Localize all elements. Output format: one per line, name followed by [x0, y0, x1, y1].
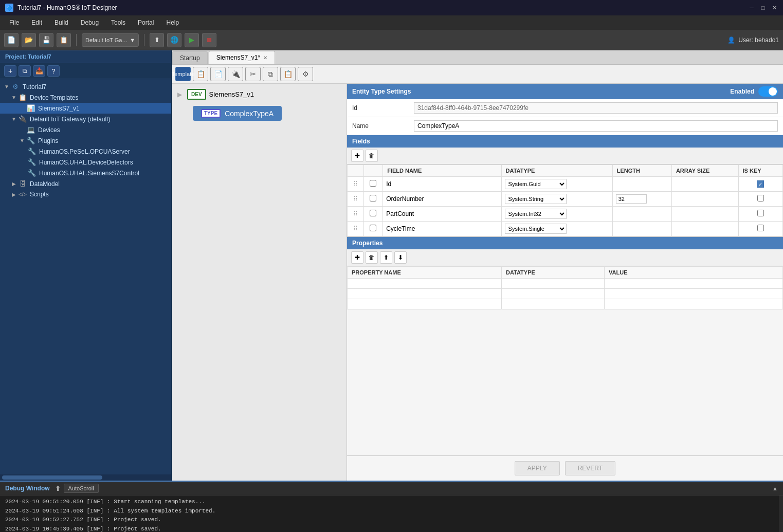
sidebar-help-button[interactable]: ?	[47, 65, 60, 77]
field-row-2: ⠿ PartCount System.GuidSystem.StringSyst…	[348, 207, 783, 222]
maximize-button[interactable]: □	[759, 4, 767, 11]
internet-button[interactable]: 🌐	[167, 33, 181, 47]
menu-file[interactable]: File	[4, 17, 24, 28]
debug-line: 2024-03-19 10:45:39.405 [INF] : Project …	[5, 525, 774, 532]
scissors-button[interactable]: ✂	[245, 67, 261, 81]
sidebar-item-tutorial7[interactable]: ▼ ⚙ Tutorial7	[0, 81, 171, 92]
field-len-2[interactable]	[612, 207, 671, 222]
drag-handle-0[interactable]: ⠿	[348, 177, 364, 192]
id-input[interactable]	[414, 102, 778, 114]
save-all-button[interactable]: 📋	[57, 33, 71, 47]
menu-debug[interactable]: Debug	[76, 17, 104, 28]
sidebar-hscrollbar[interactable]	[0, 474, 171, 481]
complex-type-button[interactable]: TYPE ComplexTypeA	[193, 106, 282, 121]
menu-portal[interactable]: Portal	[133, 17, 159, 28]
tab-siemenss7[interactable]: SiemensS7_v1* ✕	[209, 51, 275, 64]
export-button[interactable]: ⬆	[150, 33, 164, 47]
sidebar-import-button[interactable]: 📥	[33, 65, 45, 77]
run-button[interactable]: ▶	[185, 33, 199, 47]
paste-button[interactable]: 📋	[280, 67, 296, 81]
col-datatype: DATATYPE	[501, 165, 612, 177]
iot-label: Default IoT Gateway (default)	[30, 116, 171, 123]
stop-button[interactable]: ⏹	[202, 33, 216, 47]
field-dtype-2[interactable]: System.GuidSystem.StringSystem.Int32Syst…	[501, 207, 612, 222]
debug-scrollbar[interactable]	[779, 496, 783, 532]
row-check-0[interactable]	[363, 177, 383, 192]
properties-header: Properties	[347, 237, 783, 249]
field-dtype-0[interactable]: System.GuidSystem.StringSystem.Int32Syst…	[501, 177, 612, 192]
sidebar-item-default-iot[interactable]: ▼ 🔌 Default IoT Gateway (default)	[0, 114, 171, 124]
revert-button[interactable]: REVERT	[565, 461, 615, 475]
field-len-0[interactable]	[612, 177, 671, 192]
new-button[interactable]: 📄	[4, 33, 19, 47]
sidebar-item-datamodel[interactable]: ▶ 🗄 DataModel	[0, 178, 171, 189]
sidebar-item-device-templates[interactable]: ▼ 📋 Device Templates	[0, 92, 171, 103]
field-iskey-0[interactable]: ✓	[738, 177, 782, 192]
field-len-3[interactable]	[612, 222, 671, 236]
field-dtype-3[interactable]: System.GuidSystem.StringSystem.Int32Syst…	[501, 222, 612, 236]
user-info: 👤 User: behado1	[727, 36, 779, 44]
field-name-3: CycleTime	[383, 222, 501, 236]
add-prop-button[interactable]: ✚	[351, 251, 363, 264]
autoscroll-button[interactable]: AutoScroll	[64, 484, 99, 493]
field-iskey-1[interactable]	[738, 192, 782, 207]
delete-field-button[interactable]: 🗑	[366, 150, 378, 162]
name-input[interactable]	[414, 120, 778, 132]
copy-button[interactable]: ⧉	[263, 67, 278, 81]
properties-table: PROPERTY NAME DATATYPE VALUE	[347, 266, 783, 309]
plugin1-icon: 🔧	[27, 148, 37, 155]
row-check-1[interactable]	[363, 192, 383, 207]
sidebar-item-siemenss7[interactable]: ▶ 📊 SiemensS7_v1	[0, 103, 171, 114]
menu-help[interactable]: Help	[161, 17, 184, 28]
field-dtype-1[interactable]: System.GuidSystem.StringSystem.Int32Syst…	[501, 192, 612, 207]
menu-tools[interactable]: Tools	[106, 17, 131, 28]
open-button[interactable]: 📂	[22, 33, 36, 47]
field-name-1: OrderNumber	[383, 192, 501, 207]
row-check-3[interactable]	[363, 222, 383, 236]
dev-node-label: SiemensS7_v1	[209, 90, 254, 98]
settings-button[interactable]: ⚙	[298, 67, 313, 81]
project-header: Project: Tutorial7	[0, 50, 171, 63]
plugin-btn[interactable]: 🔌	[228, 67, 243, 81]
template-button[interactable]: Template	[175, 67, 191, 81]
menu-build[interactable]: Build	[49, 17, 74, 28]
titlebar: 🔷 Tutorial7 - HumanOS® IoT Designer ─ □ …	[0, 0, 783, 15]
field-name-0: Id	[383, 177, 501, 192]
apply-button[interactable]: APPLY	[515, 461, 560, 475]
add-field-button[interactable]: ✚	[351, 150, 363, 162]
complex-type-node[interactable]: TYPE ComplexTypeA	[177, 104, 341, 121]
sidebar-item-plugins[interactable]: ▼ 🔧 Plugins	[0, 135, 171, 146]
row-check-2[interactable]	[363, 207, 383, 222]
sidebar-copy-button[interactable]: ⧉	[19, 65, 31, 77]
plugin1-label: HumanOS.PeSeL.OPCUAServer	[39, 148, 171, 155]
enabled-toggle[interactable]	[758, 86, 778, 97]
export-prop-button[interactable]: ⬆	[380, 251, 392, 264]
sidebar-item-devices[interactable]: ▶ 💻 Devices	[0, 124, 171, 135]
import-prop-button[interactable]: ⬇	[394, 251, 407, 264]
sidebar-item-plugin2[interactable]: 🔧 HumanOS.UHAL.DeviceDetectors	[0, 157, 171, 168]
field-iskey-2[interactable]	[738, 207, 782, 222]
delete-prop-button[interactable]: 🗑	[366, 251, 378, 264]
sidebar-item-scripts[interactable]: ▶ </> Scripts	[0, 189, 171, 199]
gateway-dropdown[interactable]: Default IoT Ga… ▼	[82, 33, 139, 47]
close-button[interactable]: ✕	[771, 4, 778, 11]
page-button[interactable]: 📄	[210, 67, 226, 81]
save-button[interactable]: 💾	[39, 33, 53, 47]
debug-window: Debug Window ⬆ AutoScroll ▲ 2024-03-19 0…	[0, 481, 783, 532]
debug-export-icon[interactable]: ⬆	[55, 485, 61, 492]
minimize-button[interactable]: ─	[748, 4, 755, 11]
sidebar-add-button[interactable]: +	[4, 65, 16, 77]
field-len-1[interactable]	[612, 192, 671, 207]
tab-startup[interactable]: Startup	[172, 51, 208, 64]
drag-handle-3[interactable]: ⠿	[348, 222, 364, 236]
tab-close-siemenss7[interactable]: ✕	[263, 55, 267, 61]
hscroll-thumb	[2, 475, 102, 480]
field-iskey-3[interactable]	[738, 222, 782, 236]
sidebar-item-plugin1[interactable]: 🔧 HumanOS.PeSeL.OPCUAServer	[0, 146, 171, 157]
drag-handle-1[interactable]: ⠿	[348, 192, 364, 207]
menu-edit[interactable]: Edit	[26, 17, 47, 28]
clipboard-button[interactable]: 📋	[193, 67, 208, 81]
debug-scroll-up[interactable]: ▲	[772, 485, 778, 491]
drag-handle-2[interactable]: ⠿	[348, 207, 364, 222]
sidebar-item-plugin3[interactable]: 🔧 HumanOS.UHAL.SiemensS7Control	[0, 168, 171, 178]
